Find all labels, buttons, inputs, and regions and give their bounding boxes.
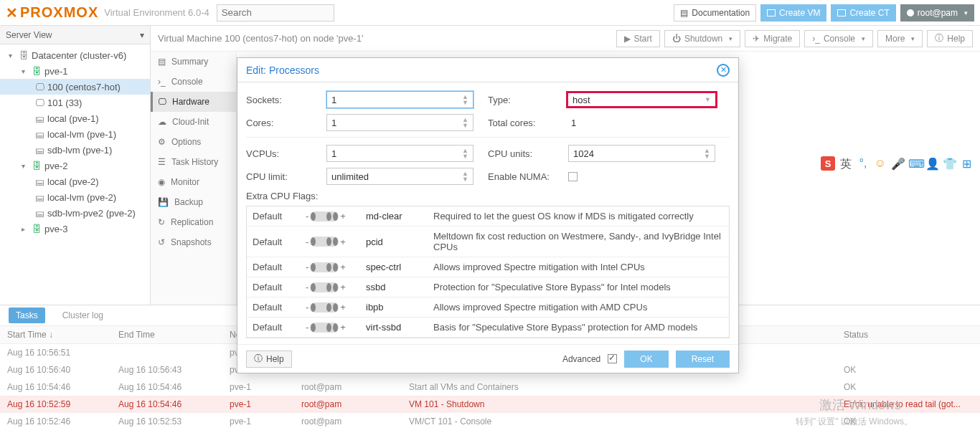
task-row[interactable]: Aug 16 10:52:46Aug 16 10:52:53pve-1root@… — [0, 413, 980, 430]
tree-storage-local2[interactable]: 🖴local (pve-2) — [0, 173, 150, 189]
flag-default-label: Default — [253, 211, 296, 221]
more-button[interactable]: More▾ — [877, 30, 923, 47]
spinner-icon[interactable]: ▲▼ — [462, 148, 468, 159]
spinner-icon[interactable]: ▲▼ — [462, 117, 468, 128]
flag-toggle[interactable]: - + — [306, 302, 356, 313]
cores-input[interactable]: 1▲▼ — [326, 114, 473, 131]
disk-icon: 🖴 — [34, 113, 44, 124]
cpuunits-input[interactable]: 1024▲▼ — [568, 145, 715, 162]
sidemenu-console[interactable]: ›_Console — [151, 72, 236, 92]
documentation-button[interactable]: ▤Documentation — [674, 4, 756, 22]
sidemenu-replication[interactable]: ↻Replication — [151, 212, 236, 232]
tree-storage-sdblvm1[interactable]: 🖴sdb-lvm (pve-1) — [0, 142, 150, 158]
flag-description: Allows improved Spectre mitigation with … — [433, 302, 723, 313]
flag-toggle[interactable]: - + — [306, 322, 356, 333]
sidemenu-options[interactable]: ⚙Options — [151, 132, 236, 152]
ime-skin-icon[interactable]: 👕 — [943, 157, 956, 170]
flag-name: pcid — [366, 237, 423, 247]
close-icon[interactable]: ✕ — [717, 64, 730, 77]
numa-checkbox[interactable] — [568, 172, 578, 181]
cpu-flag-row: Default- +md-clearRequired to let the gu… — [247, 206, 729, 227]
tab-tasks[interactable]: Tasks — [9, 308, 45, 323]
node-icon: 🗄 — [32, 224, 42, 234]
cpulimit-input[interactable]: unlimited▲▼ — [326, 168, 473, 185]
sidemenu-summary[interactable]: ▤Summary — [151, 52, 236, 72]
advanced-checkbox[interactable] — [608, 354, 617, 363]
start-button[interactable]: ▶Start — [616, 30, 660, 47]
cpu-flag-row: Default- +spec-ctrlAllows improved Spect… — [247, 257, 729, 277]
floppy-icon: 💾 — [158, 197, 169, 207]
cores-label: Cores: — [246, 118, 326, 128]
col-endtime[interactable]: End Time — [111, 326, 222, 343]
search-input[interactable] — [217, 4, 334, 22]
sidemenu-hardware[interactable]: 🖵Hardware — [151, 92, 236, 112]
sidemenu-backup[interactable]: 💾Backup — [151, 192, 236, 212]
tree-node-pve2[interactable]: ▾🗄pve-2 — [0, 158, 150, 173]
ime-emoji-icon[interactable]: ☺ — [874, 157, 887, 170]
eye-icon: ◉ — [158, 177, 165, 187]
tree-datacenter[interactable]: ▾🗄Datacenter (cluster-v6) — [0, 47, 150, 63]
ime-punct-icon[interactable]: °, — [857, 157, 870, 170]
cpu-flag-row: Default- +virt-ssbdBasis for "Speculativ… — [247, 318, 729, 338]
console-button[interactable]: ›_Console▾ — [804, 30, 873, 47]
ime-toolbox-icon[interactable]: ⊞ — [960, 157, 973, 170]
type-select[interactable]: host▼ — [566, 91, 717, 108]
create-vm-button[interactable]: Create VM — [760, 4, 826, 22]
help-button[interactable]: ⓘHelp — [927, 30, 973, 47]
modal-help-button[interactable]: ⓘHelp — [246, 351, 292, 368]
flag-description: Basis for "Speculative Store Bypass" pro… — [433, 322, 723, 333]
flag-toggle[interactable]: - + — [306, 262, 356, 272]
topbar: ✕ PROXMOX Virtual Environment 6.0-4 ▤Doc… — [0, 0, 980, 26]
shutdown-button[interactable]: ⏻Shutdown▾ — [664, 30, 740, 47]
monitor-icon: 🖵 — [158, 97, 166, 107]
spinner-icon[interactable]: ▲▼ — [462, 171, 468, 182]
sidemenu-monitor[interactable]: ◉Monitor — [151, 172, 236, 192]
sogou-icon[interactable]: S — [821, 156, 835, 171]
user-menu-button[interactable]: root@pam — [900, 4, 974, 22]
server-view-header[interactable]: Server View ▾ — [0, 26, 150, 44]
vcpus-input[interactable]: 1▲▼ — [326, 145, 473, 162]
tree-node-pve1[interactable]: ▾🗄pve-1 — [0, 63, 150, 79]
tree-vm-100[interactable]: 🖵100 (centos7-hot) — [0, 79, 150, 95]
node-icon: 🗄 — [32, 66, 42, 77]
sidemenu-taskhistory[interactable]: ☰Task History — [151, 152, 236, 172]
server-view-label: Server View — [6, 30, 52, 40]
sidemenu-cloudinit[interactable]: ☁Cloud-Init — [151, 112, 236, 132]
create-ct-button[interactable]: Create CT — [831, 4, 895, 22]
sidemenu-snapshots[interactable]: ↺Snapshots — [151, 232, 236, 252]
disk-icon: 🖴 — [34, 129, 44, 140]
task-row[interactable]: Aug 16 10:54:46Aug 16 10:54:46pve-1root@… — [0, 378, 980, 396]
disk-icon: 🖴 — [34, 145, 44, 156]
migrate-button[interactable]: ✈Migrate — [745, 30, 800, 47]
spinner-icon[interactable]: ▲▼ — [462, 94, 468, 105]
gear-icon: ⚙ — [158, 137, 166, 147]
reset-button[interactable]: Reset — [676, 351, 730, 368]
tree-node-pve3[interactable]: ▸🗄pve-3 — [0, 221, 150, 237]
tree-storage-local1[interactable]: 🖴local (pve-1) — [0, 110, 150, 126]
cpu-flag-row: Default- +pcidMeltdown fix cost reductio… — [247, 227, 729, 257]
flag-toggle[interactable]: - + — [306, 282, 356, 292]
vm-header-row: Virtual Machine 100 (centos7-hot) on nod… — [151, 26, 980, 52]
ime-person-icon[interactable]: 👤 — [925, 157, 938, 170]
disk-icon: 🖴 — [34, 176, 44, 187]
vcpus-label: VCPUs: — [246, 148, 326, 159]
flag-toggle[interactable]: - + — [306, 211, 356, 221]
tree-vm-101[interactable]: 🖵101 (33) — [0, 95, 150, 110]
col-starttime[interactable]: Start Time ↓ — [0, 326, 111, 343]
sockets-input[interactable]: 1▲▼ — [326, 91, 473, 108]
tree-storage-sdblvm2[interactable]: 🖴sdb-lvm-pve2 (pve-2) — [0, 205, 150, 221]
flag-toggle[interactable]: - + — [306, 237, 356, 247]
ok-button[interactable]: OK — [624, 351, 668, 368]
flag-name: ibpb — [366, 302, 423, 313]
tree-storage-locallvm1[interactable]: 🖴local-lvm (pve-1) — [0, 126, 150, 142]
ime-keyboard-icon[interactable]: ⌨ — [908, 157, 921, 170]
ime-lang[interactable]: 英 — [839, 157, 852, 170]
totalcores-label: Total cores: — [488, 118, 568, 128]
cpulimit-label: CPU limit: — [246, 171, 326, 182]
tree-storage-locallvm2[interactable]: 🖴local-lvm (pve-2) — [0, 189, 150, 205]
task-row[interactable]: Aug 16 10:52:59Aug 16 10:54:46pve-1root@… — [0, 396, 980, 413]
spinner-icon[interactable]: ▲▼ — [704, 148, 710, 159]
col-status[interactable]: Status — [837, 326, 980, 343]
ime-mic-icon[interactable]: 🎤 — [891, 157, 904, 170]
tab-clusterlog[interactable]: Cluster log — [55, 308, 110, 323]
